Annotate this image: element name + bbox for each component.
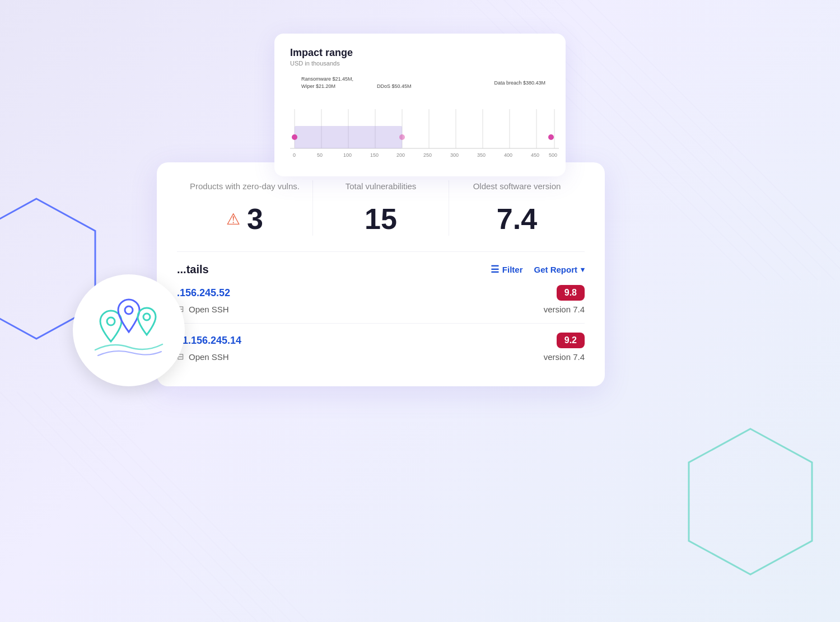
svg-text:350: 350 bbox=[477, 152, 486, 158]
stat-zero-day-value: 3 bbox=[247, 202, 263, 236]
vuln-product-2: ⊟ Open SSH bbox=[177, 352, 229, 362]
location-pins-icon bbox=[90, 291, 168, 370]
filter-button[interactable]: ☰ Filter bbox=[491, 264, 523, 275]
vuln-row-1-bottom: ⊟ Open SSH version 7.4 bbox=[177, 304, 585, 314]
vuln-ip-1: .156.245.52 bbox=[177, 287, 230, 299]
details-header: ...tails ☰ Filter Get Report ▾ bbox=[177, 252, 585, 276]
stat-zero-day-value-row: ⚠ 3 bbox=[186, 202, 304, 236]
vuln-ip-2: 31.156.245.14 bbox=[177, 335, 241, 347]
vuln-score-2: 9.2 bbox=[557, 333, 585, 348]
vuln-row-2: 31.156.245.14 9.2 ⊟ Open SSH version 7.4 bbox=[177, 324, 585, 371]
stat-total-vulns: Total vulnerabilities 15 bbox=[313, 180, 449, 236]
location-cluster-card bbox=[73, 274, 185, 386]
chevron-down-icon: ▾ bbox=[581, 265, 585, 274]
filter-label: Filter bbox=[502, 265, 523, 274]
svg-point-30 bbox=[399, 134, 405, 140]
chart-svg: 0 50 100 150 200 250 300 350 400 450 500 bbox=[290, 109, 559, 165]
vuln-product-1: ⊟ Open SSH bbox=[177, 304, 229, 314]
warning-icon: ⚠ bbox=[226, 210, 240, 228]
vuln-version-1: version 7.4 bbox=[544, 305, 585, 314]
hex-outline-teal bbox=[683, 426, 818, 577]
vuln-row-2-top: 31.156.245.14 9.2 bbox=[177, 333, 585, 348]
svg-text:150: 150 bbox=[370, 152, 379, 158]
svg-text:100: 100 bbox=[343, 152, 352, 158]
vuln-row-2-bottom: ⊟ Open SSH version 7.4 bbox=[177, 352, 585, 362]
svg-text:200: 200 bbox=[396, 152, 405, 158]
stats-row: Products with zero-day vulns. ⚠ 3 Total … bbox=[177, 180, 585, 252]
report-label: Get Report bbox=[534, 265, 577, 274]
vuln-row-1: .156.245.52 9.8 ⊟ Open SSH version 7.4 bbox=[177, 276, 585, 324]
stat-total-vulns-label: Total vulnerabilities bbox=[322, 180, 440, 192]
stat-zero-day-label: Products with zero-day vulns. bbox=[186, 180, 304, 192]
details-actions: ☰ Filter Get Report ▾ bbox=[491, 264, 585, 275]
impact-range-card: Impact range USD in thousands Ransomware… bbox=[274, 34, 566, 176]
svg-point-29 bbox=[292, 134, 297, 140]
stats-panel: Products with zero-day vulns. ⚠ 3 Total … bbox=[157, 162, 605, 386]
svg-text:450: 450 bbox=[531, 152, 539, 158]
svg-text:500: 500 bbox=[549, 152, 557, 158]
impact-chart: Ransomware $21.45M,Wiper $21.20M DDoS $5… bbox=[290, 76, 550, 165]
vuln-row-1-top: .156.245.52 9.8 bbox=[177, 285, 585, 301]
svg-text:0: 0 bbox=[293, 152, 296, 158]
vuln-score-1: 9.8 bbox=[557, 285, 585, 301]
svg-text:50: 50 bbox=[317, 152, 323, 158]
vuln-version-2: version 7.4 bbox=[544, 352, 585, 362]
svg-marker-15 bbox=[689, 429, 812, 574]
stat-oldest-version-value: 7.4 bbox=[497, 203, 537, 235]
details-title: ...tails bbox=[177, 263, 209, 276]
chart-label-breach: Data breach $380.43M bbox=[494, 80, 545, 86]
filter-icon: ☰ bbox=[491, 264, 499, 275]
vuln-list: .156.245.52 9.8 ⊟ Open SSH version 7.4 3… bbox=[177, 276, 585, 371]
svg-text:400: 400 bbox=[504, 152, 512, 158]
stat-total-vulns-value: 15 bbox=[365, 203, 397, 235]
stat-oldest-version-label: Oldest software version bbox=[458, 180, 576, 192]
svg-point-44 bbox=[125, 306, 133, 314]
svg-text:300: 300 bbox=[450, 152, 459, 158]
svg-rect-28 bbox=[295, 126, 402, 148]
chart-label-ransomware: Ransomware $21.45M,Wiper $21.20M bbox=[301, 76, 353, 90]
svg-point-43 bbox=[107, 317, 115, 325]
get-report-button[interactable]: Get Report ▾ bbox=[534, 265, 585, 274]
svg-text:250: 250 bbox=[423, 152, 432, 158]
svg-point-45 bbox=[143, 314, 150, 320]
stat-zero-day: Products with zero-day vulns. ⚠ 3 bbox=[177, 180, 313, 236]
chart-label-ddos: DDoS $50.45M bbox=[377, 83, 412, 89]
impact-card-title: Impact range bbox=[290, 47, 550, 59]
stat-oldest-version: Oldest software version 7.4 bbox=[449, 180, 585, 236]
impact-card-subtitle: USD in thousands bbox=[290, 60, 550, 67]
svg-point-31 bbox=[548, 134, 554, 140]
